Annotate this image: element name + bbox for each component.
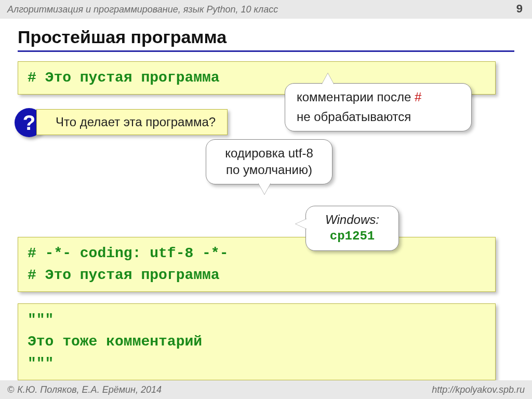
speech-comments: комментарии после # не обрабатываются [285,83,472,131]
question-text: Что делает эта программа? [56,115,216,129]
hash-symbol: # [415,90,421,104]
copyright-icon: © [7,384,14,395]
breadcrumb: Алгоритмизация и программирование, язык … [7,4,278,15]
speech-text: не обрабатываются [297,110,411,124]
page-title: Простейшая программа [18,27,514,52]
code-line: """ [28,309,486,331]
code-box-2: # -*- coding: utf-8 -*- # Это пустая про… [18,237,496,292]
code-line: # Это пустая программа [28,70,220,86]
question-box: Что делает эта программа? [36,109,228,135]
code-line: # -*- coding: utf-8 -*- [28,243,486,264]
code-line: # Это пустая программа [28,264,486,286]
copyright: © К.Ю. Поляков, Е.А. Ерёмин, 2014 [7,384,162,395]
speech-windows: Windows: cp1251 [305,206,399,251]
speech-text: Windows: [317,211,387,228]
code-box-3: """ Это тоже комментарий """ [18,303,496,380]
footer-url: http://kpolyakov.spb.ru [432,384,525,395]
speech-text: по умолчанию) [218,162,321,178]
speech-text: cp1251 [317,228,387,245]
slide-content: Простейшая программа # Это пустая програ… [0,19,532,380]
code-line: Это тоже комментарий [28,331,486,353]
speech-encoding: кодировка utf-8 по умолчанию) [206,139,332,184]
footer-bar: © К.Ю. Поляков, Е.А. Ерёмин, 2014 http:/… [0,380,532,399]
code-line: """ [28,353,486,375]
speech-text: кодировка utf-8 [218,145,321,162]
speech-text: комментарии после [297,90,415,104]
copyright-text: К.Ю. Поляков, Е.А. Ерёмин, 2014 [17,384,162,395]
page-number: 9 [516,2,523,16]
header-bar: Алгоритмизация и программирование, язык … [0,0,532,19]
